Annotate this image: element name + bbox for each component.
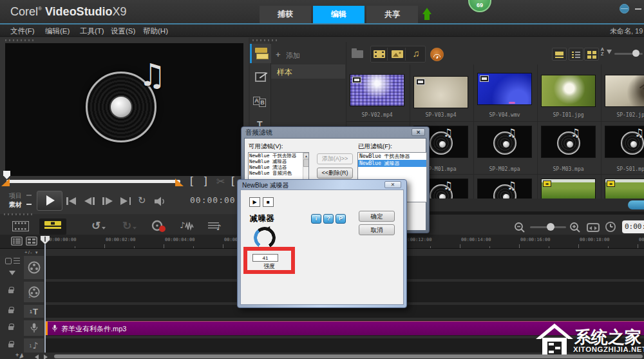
track-collapse-arrow[interactable] xyxy=(9,271,15,275)
thumb-sp-v02[interactable] xyxy=(350,74,404,106)
mark-in-button[interactable]: [ xyxy=(190,175,193,188)
storyboard-view-button[interactable] xyxy=(9,219,32,234)
fit-project-button[interactable] xyxy=(587,223,600,232)
redo-button[interactable]: ↻ xyxy=(122,219,131,233)
remove-filter-button[interactable]: <<删除(R) xyxy=(317,168,353,179)
add-filter-button[interactable]: 添加(A)>> xyxy=(317,153,353,164)
music-track-lock-icon[interactable] xyxy=(8,344,14,347)
track-manager-icon-1[interactable] xyxy=(11,237,23,246)
timeline-timecode-box[interactable]: 0:00:0 xyxy=(622,220,644,233)
smart-package-icon[interactable] xyxy=(430,48,444,61)
thumb-sp-v04[interactable] xyxy=(477,73,532,105)
add-folder-label[interactable]: 添加 xyxy=(286,51,300,61)
sort-icon[interactable]: AZ xyxy=(601,47,611,60)
track-list-icon[interactable] xyxy=(14,258,20,264)
title-ab-icon[interactable]: A B xyxy=(253,97,267,107)
timeline-zoom-handle[interactable] xyxy=(547,223,554,231)
title-track-header[interactable]: 1T xyxy=(24,305,44,318)
view-grid-button[interactable] xyxy=(584,48,599,61)
menu-edit[interactable]: 编辑(E) xyxy=(45,26,70,36)
tab-edit[interactable]: 编辑 xyxy=(313,6,365,23)
zoom-in-button[interactable] xyxy=(569,222,581,233)
thumb-audio-row3-2[interactable]: ♫ xyxy=(477,179,532,199)
view-large-button[interactable] xyxy=(552,48,567,61)
volume-button[interactable] xyxy=(155,197,167,209)
split-clip-button[interactable]: ✂ xyxy=(216,175,225,188)
scrubber-bar[interactable] xyxy=(6,180,180,183)
end-button[interactable] xyxy=(120,197,131,205)
menu-tools[interactable]: 工具(T) xyxy=(80,26,104,36)
project-mode-label[interactable]: 项目 xyxy=(9,191,22,200)
thumb-sp-i01[interactable] xyxy=(541,75,596,107)
tab-share[interactable]: 共享 xyxy=(366,6,418,23)
tab-capture[interactable]: 捕获 xyxy=(260,6,311,23)
track-manager-icon-2[interactable] xyxy=(26,237,37,246)
view-list-button[interactable] xyxy=(569,48,583,61)
thumb-sp-v03[interactable] xyxy=(413,76,468,108)
clip-mode-label[interactable]: 素材 xyxy=(9,200,22,209)
audio-filter-close-button[interactable]: ✕ xyxy=(412,128,425,136)
strength-knob[interactable] xyxy=(254,227,276,249)
menu-settings[interactable]: 设置(S) xyxy=(111,26,135,36)
undo-button[interactable]: ↺ xyxy=(91,219,100,233)
info-button[interactable]: i xyxy=(311,214,321,224)
filter-photo-button[interactable] xyxy=(390,48,406,61)
ripple-edit-icon[interactable] xyxy=(5,258,12,264)
media-library-icon[interactable] xyxy=(255,48,267,53)
record-capture-button[interactable] xyxy=(151,220,166,233)
mark-out-button[interactable]: ] xyxy=(204,175,207,188)
scroll-thumb[interactable] xyxy=(303,159,309,167)
zoom-out-button[interactable] xyxy=(514,222,526,233)
track-add-remove[interactable]: +/- ▼ xyxy=(24,249,39,255)
next-frame-button[interactable] xyxy=(102,197,113,205)
audio-filter-dialog-title[interactable]: 音频滤镜 xyxy=(245,128,272,137)
hscroll-right-button[interactable] xyxy=(44,354,48,359)
overlay-track-header[interactable]: 1 xyxy=(24,282,44,302)
applied-filter-item-0[interactable]: NewBlue 干扰去除器 xyxy=(358,153,426,160)
applied-filter-item-1[interactable]: NewBlue 减噪器 xyxy=(358,160,426,167)
music-track-header[interactable]: 1♪ xyxy=(24,338,44,353)
preview-play-button[interactable]: ▶ xyxy=(249,197,260,207)
preview-stop-button[interactable]: ■ xyxy=(263,197,274,207)
available-filter-item-3[interactable]: NewBlue 音频润色 xyxy=(249,170,308,176)
available-filter-item-1[interactable]: NewBlue 减噪器 xyxy=(249,159,308,164)
sample-folder-label[interactable]: 样本 xyxy=(277,67,292,78)
hscroll-left-button[interactable] xyxy=(35,354,39,359)
title-track-lock-icon[interactable] xyxy=(8,309,14,313)
strength-value-box[interactable]: 41 xyxy=(252,254,278,262)
filter-video-button[interactable] xyxy=(372,48,388,61)
available-filter-item-0[interactable]: NewBlue 干扰去除器 xyxy=(249,153,308,159)
overlay-track-lock-icon[interactable] xyxy=(8,289,14,293)
video-track-header[interactable] xyxy=(24,256,44,279)
noise-dialog-close-button[interactable]: ✕ xyxy=(384,181,401,188)
thumb-scene-row3-1[interactable]: ◂▸ xyxy=(541,179,596,199)
scroll-up-arrow[interactable]: ▲ xyxy=(303,153,309,159)
add-folder-plus[interactable]: + xyxy=(276,50,281,59)
globe-icon[interactable] xyxy=(620,4,629,14)
voice-track-lock-icon[interactable] xyxy=(8,326,14,330)
enlarge-button[interactable]: [ xyxy=(231,175,234,188)
thumb-sp-m03[interactable]: ♫ xyxy=(541,126,596,158)
ok-button[interactable]: 确定 xyxy=(359,211,395,222)
cancel-button[interactable]: 取消 xyxy=(359,224,395,235)
filter-audio-button[interactable]: ♫ xyxy=(408,46,424,61)
sound-mixer-button[interactable]: ♪ xyxy=(180,220,196,233)
help-button[interactable]: ? xyxy=(323,214,334,224)
thumb-size-slider-handle[interactable] xyxy=(632,50,639,57)
home-button[interactable] xyxy=(66,197,77,205)
gallery-folder-icon[interactable] xyxy=(352,50,363,58)
audio-clip-handle[interactable] xyxy=(45,322,48,335)
thumb-sp-m02[interactable]: ♫ xyxy=(477,126,532,158)
menu-file[interactable]: 文件(F) xyxy=(10,26,35,36)
repeat-button[interactable]: ↻ xyxy=(138,195,146,206)
thumb-sp-i02[interactable] xyxy=(605,75,644,107)
menu-help[interactable]: 帮助(H) xyxy=(143,26,168,36)
project-duration-clock-icon[interactable] xyxy=(605,221,616,233)
auto-music-button[interactable]: ♪ xyxy=(207,220,224,233)
thumb-scene-row3-2[interactable]: ◂▸ xyxy=(605,179,644,199)
voice-track-header[interactable] xyxy=(24,320,44,336)
library-scroll-thumb[interactable] xyxy=(628,200,644,209)
noise-dialog-title[interactable]: NewBlue 减噪器 xyxy=(242,181,289,190)
thumb-sp-s01[interactable]: ♫ xyxy=(605,126,644,158)
timeline-view-button[interactable] xyxy=(39,218,66,235)
